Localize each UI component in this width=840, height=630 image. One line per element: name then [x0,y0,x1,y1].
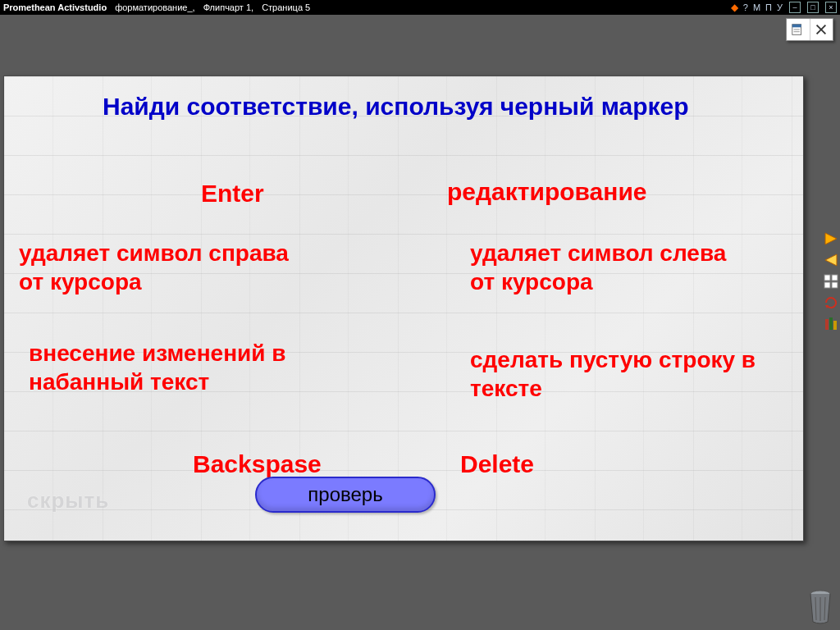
titlebar: Promethean Activstudio форматирование_, … [0,0,840,15]
svg-rect-11 [832,282,838,288]
help-button[interactable]: ? [743,0,748,15]
label-delete[interactable]: Delete [460,450,534,478]
menu-m-button[interactable]: М [753,0,760,15]
doc-name: форматирование_, [115,0,195,15]
menu-u-button[interactable]: У [777,0,783,15]
svg-rect-8 [824,275,830,281]
svg-marker-7 [825,254,837,266]
flipchart-page[interactable]: Найди соответствие, используя черный мар… [3,75,804,541]
close-button[interactable]: × [825,2,837,13]
promethean-flame-icon[interactable]: ◆ [731,0,738,15]
task-heading: Найди соответствие, используя черный мар… [103,91,710,122]
label-backspace[interactable]: Backspase [193,450,322,478]
app-name: Promethean Activstudio [3,0,107,15]
hide-button[interactable]: скрыть [27,488,109,514]
maximize-button[interactable]: □ [807,2,819,13]
label-delete-right[interactable]: удаляет символ справа от курсора [19,239,298,296]
label-enter[interactable]: Enter [201,180,264,208]
flipchart-name: Флипчарт 1, [203,0,254,15]
menu-p-button[interactable]: П [765,0,772,15]
page-thumb-icon[interactable] [787,19,810,40]
check-button[interactable]: проверь [255,477,436,513]
label-make-changes[interactable]: внесение изменений в набанный текст [29,339,291,396]
svg-rect-15 [833,321,837,330]
minimize-button[interactable]: – [789,2,801,13]
toolbar-close-icon[interactable] [810,19,833,40]
edge-toolstrip [822,230,840,333]
label-editing[interactable]: редактирование [447,178,647,206]
page-number: Страница 5 [262,0,310,15]
label-delete-left[interactable]: удаляет символ слева от курсора [470,239,749,296]
page-browser-icon[interactable] [822,272,840,290]
resources-books-icon[interactable] [822,315,840,333]
svg-marker-6 [825,233,837,244]
svg-rect-10 [824,282,830,288]
next-page-arrow-icon[interactable] [822,230,840,248]
label-empty-line[interactable]: сделать пустую строку в тексте [470,345,765,403]
mini-toolbar[interactable] [786,18,833,41]
svg-rect-13 [825,319,829,330]
svg-rect-14 [829,317,833,330]
svg-rect-9 [832,275,838,281]
prev-page-arrow-icon[interactable] [822,251,840,269]
svg-rect-1 [792,25,801,28]
refresh-icon[interactable] [822,294,840,312]
trash-bin-icon[interactable] [806,587,835,625]
